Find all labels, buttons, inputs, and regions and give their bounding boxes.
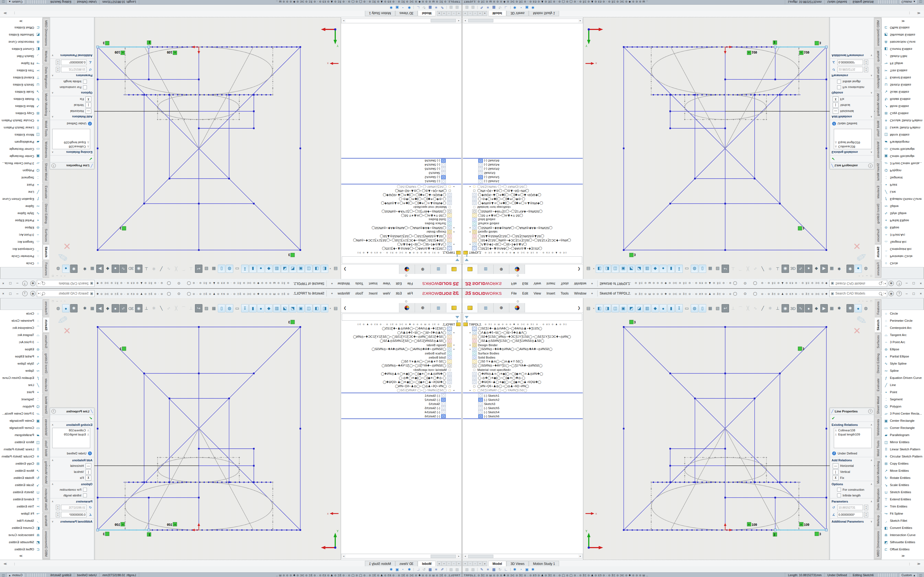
toolbar-icon[interactable]: ▦ xyxy=(89,265,96,272)
relation-button[interactable]: ⊼ Fix xyxy=(830,96,874,102)
expander-icon[interactable]: ▸ xyxy=(452,227,456,229)
collapse-icon[interactable]: ∧ xyxy=(52,151,53,153)
tab-nav-button[interactable]: « xyxy=(463,561,467,566)
display-toolbar-icon[interactable]: ◔ xyxy=(400,6,406,10)
toolbar-icon[interactable]: ∿ xyxy=(752,265,759,272)
toolbar-icon[interactable]: ✱ xyxy=(70,264,78,273)
scrollbar-thumb[interactable] xyxy=(431,555,456,558)
toolbar-icon[interactable]: ⊥ xyxy=(730,305,737,312)
toolbar-icon[interactable]: ↩ xyxy=(195,304,202,313)
display-toolbar-icon[interactable]: ✎ xyxy=(479,567,485,572)
tree-row[interactable]: ▢ ◯ƼƧ♟◎ƼƧИΝƷΞƼƧ◯∘◯ƼƧƷΞИΝƼƧ◎♟ƼƧ◯ xyxy=(341,234,462,238)
sketch-tool[interactable]: ⌢ 3 Point Arc xyxy=(882,338,924,346)
toolbar-icon[interactable]: ▦ xyxy=(210,305,217,312)
spinner[interactable]: ▴▾ xyxy=(56,512,60,517)
tree-scrollbar[interactable]: ◂ ▸ xyxy=(341,18,461,23)
tree-row[interactable]: ▢ Solid Bodies xyxy=(341,355,462,359)
tree-row-sketch[interactable]: ▢ (-) Sketch5 xyxy=(341,167,462,171)
sketch-tool[interactable]: ◫ Mirror Entities xyxy=(0,438,42,446)
sketch-tool[interactable]: ↘ Scale Entities xyxy=(0,89,42,96)
toolbar-icon[interactable]: ▦ xyxy=(707,305,714,312)
toolbar-icon[interactable]: ▶ xyxy=(820,304,828,313)
toolbar-icon[interactable]: ◨ xyxy=(604,304,611,313)
tab-configurationmanager[interactable]: ⊕ xyxy=(494,303,509,313)
sketch-tool[interactable]: ⁚ Segment xyxy=(882,396,924,403)
tab-featuremanager[interactable] xyxy=(446,264,462,274)
menu-item[interactable]: Window xyxy=(572,292,589,295)
toolbar-icon[interactable]: ✱ xyxy=(836,265,843,272)
toolbar-icon[interactable]: ◆ xyxy=(813,305,820,312)
sketch-tool[interactable]: ∾ Spline xyxy=(882,203,924,210)
checkbox[interactable] xyxy=(83,80,87,84)
tab-nav-button[interactable]: ▸ xyxy=(437,11,441,16)
tree-row-sketch[interactable]: ▢ (-) Sketch4 xyxy=(462,163,583,167)
side-tab[interactable]: Mold Tools xyxy=(43,119,49,139)
more-tools-icon[interactable]: ≫ xyxy=(0,554,42,558)
side-tab[interactable]: Direct Editing xyxy=(875,201,881,226)
tree-row[interactable]: ▢ ◯ƼƧ∙Υ∗♟m◯∘◯m♟∗Υ∙ƼƧ◯ xyxy=(341,359,462,364)
side-tab[interactable]: Data Migration xyxy=(875,486,881,513)
ok-check-icon[interactable]: ✔ xyxy=(830,415,874,421)
side-tab[interactable]: Sheet Metal xyxy=(43,394,49,416)
search-input[interactable]: Search CAD Models xyxy=(46,282,89,285)
menu-item[interactable]: View xyxy=(380,282,393,285)
toolbar-icon[interactable]: ▧ xyxy=(203,265,210,272)
toolbar-icon[interactable]: ⊥ xyxy=(187,305,194,312)
relation-button[interactable]: ❘ Vertical xyxy=(830,469,874,475)
toolbar-icon[interactable]: ◍ xyxy=(863,265,869,272)
display-toolbar-icon[interactable]: ▣ xyxy=(524,6,530,10)
sketch-tool[interactable]: ╱ Line xyxy=(0,381,42,388)
toolbar-icon[interactable]: ● xyxy=(855,264,862,273)
search-icon[interactable] xyxy=(879,282,882,285)
relation-item[interactable]: ⊥ Equal length109 xyxy=(834,432,871,436)
expander-icon[interactable]: ▸ xyxy=(468,185,472,188)
help-button[interactable]: ? xyxy=(897,281,902,286)
tab-nav-button[interactable]: ▸ xyxy=(483,11,487,16)
expand-panel-arrow[interactable]: ❯ xyxy=(577,264,583,274)
doc-window-button[interactable]: ▫ xyxy=(60,275,61,278)
tree-row[interactable]: ▸ ▢ ◯ƼƧƷΞИΝΑΥ∙◯∘◯∙ΥΑИΝƷΞƼƧ◯ xyxy=(462,388,583,392)
tree-row-sketch[interactable]: ▢ (-) Sketch1 xyxy=(341,393,462,398)
quick-access-toolbar[interactable]: ⊙ ӞΞ ⊙ Ш ⊙ ⊙ ⊙ ✚ ⊙ ϽC ⊙ ӞΞ ⊙ ∙ ⊙ ƧƼ ⊙ ♟ … xyxy=(95,292,289,296)
tree-row[interactable]: ▢ ◯ƼƧ∙Υ∗♟m◯∘◯m♟∗Υ∙ƼƧ◯ xyxy=(341,213,462,218)
toolbar-icon[interactable]: ╳ xyxy=(745,305,751,312)
search-icon[interactable] xyxy=(879,292,882,295)
toolbar-icon[interactable]: ● xyxy=(805,304,813,313)
tree-row-sketch[interactable]: ▢ (-) Sketch4 xyxy=(462,410,583,414)
display-toolbar-icon[interactable]: ❘ xyxy=(445,567,448,571)
tree-row[interactable]: ▢ ◯ИΝ∘Ϙ6∘♟◎◯∘◯◎♟∘6Ϙ∘ИΝ◯ xyxy=(462,189,583,193)
toolbar-icon[interactable]: ◍ xyxy=(691,304,698,313)
doc-window-button[interactable]: ▫ xyxy=(859,275,859,278)
toolbar-icon[interactable]: ◉ xyxy=(135,304,142,313)
side-tab[interactable]: Surfaces xyxy=(43,226,49,244)
tree-row[interactable]: ▢ ◯∙◎✚◯✳◉[◯∘◯]◉✳◯✚◎∙◯ xyxy=(341,197,462,201)
expander-icon[interactable]: ▸ xyxy=(452,389,456,392)
side-tab[interactable]: MBD Dimensions xyxy=(43,18,49,48)
more-tools-icon[interactable]: ≫ xyxy=(882,554,924,558)
tree-row[interactable]: ▢ Material <not specified> xyxy=(462,367,583,372)
toolbar-icon[interactable]: ▾ xyxy=(329,265,332,272)
sketch-tool[interactable]: ƒ Equation Driven Curve xyxy=(882,196,924,203)
display-toolbar-icon[interactable]: ↻ xyxy=(497,6,503,10)
tree-row[interactable]: ▢ Material <not specified> xyxy=(462,205,583,210)
toolbar-icon[interactable]: ◩ xyxy=(289,304,296,313)
sketch-tool[interactable]: ⌢ 3 Point Arc xyxy=(0,231,42,239)
tree-row[interactable]: ▸ ▢ ◯ƼƧИΝ◎∘✚Α✚◎ИΝΑ◯∘◯ΑИΝ◎✚Α✚∘◎ИΝƼƧ◯ xyxy=(341,226,462,230)
pin-icon[interactable]: ✦ xyxy=(591,292,593,295)
sketch-tool[interactable]: ◫ Mirror Entities xyxy=(882,438,924,446)
relation-item[interactable]: ⊥ Collinear108 xyxy=(834,145,871,149)
tab-featuremanager[interactable] xyxy=(462,303,478,313)
expander-icon[interactable]: ▸ xyxy=(452,231,456,233)
sketch-tool[interactable]: ▰ Parallelogram xyxy=(0,139,42,146)
tab-configurationmanager[interactable]: ⊕ xyxy=(494,264,509,274)
sketch-tool[interactable]: ∿ Style Spline xyxy=(0,210,42,217)
tree-row[interactable]: ▸ ▢ ◯ƼƧИΝ◎∘✚Α✚◎ИΝΑ◯∘◯ΑИΝ◎✚Α✚∘◎ИΝƼƧ◯ xyxy=(462,347,583,351)
toolbar-icon[interactable]: ▭ xyxy=(683,265,690,272)
toolbar-icon[interactable]: ╱ xyxy=(759,305,766,312)
display-toolbar-icon[interactable]: ▤ xyxy=(448,6,454,10)
help-icon[interactable]: ? xyxy=(868,163,872,168)
expander-icon[interactable]: ▸ xyxy=(468,231,472,233)
sketch-tool[interactable]: ▪ Point xyxy=(0,388,42,396)
confirmation-corner[interactable]: ✎ ✕ xyxy=(851,313,876,339)
tree-row[interactable]: ▢ ◯ƼƧИΝ◎∘✚ΑΥ³ƷΞ◯∘◯ƷΞ³ΥΑ✚∘◎ИΝƼƧ◯ xyxy=(462,210,583,213)
